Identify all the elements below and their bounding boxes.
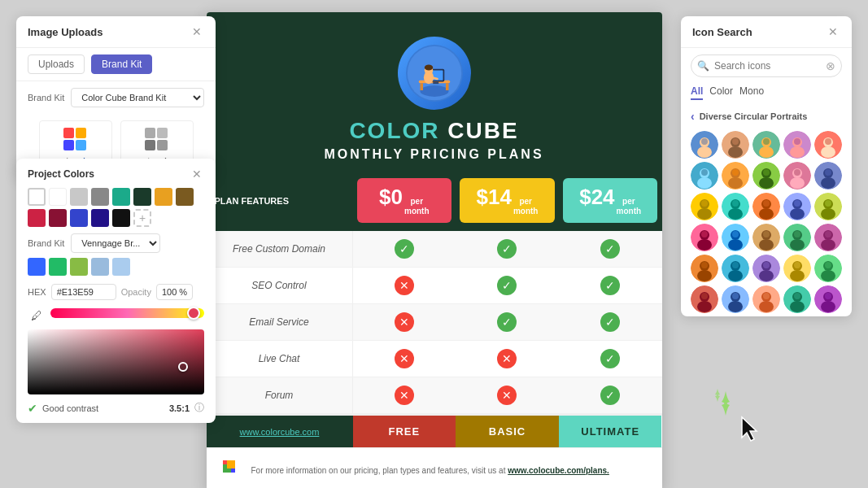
icon-item[interactable]: [752, 224, 780, 251]
opacity-input[interactable]: [156, 284, 193, 300]
icon-item[interactable]: [722, 131, 749, 159]
swatch-teal[interactable]: [112, 188, 130, 206]
svg-point-96: [763, 231, 770, 237]
feature-row-domain: Free Custom Domain ✓ ✓ ✓: [207, 231, 662, 268]
color-picker-box[interactable]: [28, 329, 204, 394]
icon-item[interactable]: [752, 255, 780, 282]
icon-item[interactable]: [691, 255, 718, 282]
icon-item[interactable]: [814, 131, 842, 159]
svg-point-95: [759, 239, 774, 251]
filter-tab-color[interactable]: Color: [709, 84, 733, 100]
swatch-add-button[interactable]: +: [133, 209, 151, 227]
image-uploads-panel: Image Uploads ✕ Uploads Brand Kit Brand …: [16, 16, 216, 181]
icon-item[interactable]: [691, 224, 718, 251]
swatch-amber[interactable]: [155, 188, 172, 206]
swatch-white[interactable]: [49, 188, 67, 206]
brand-swatch-blue[interactable]: [28, 258, 46, 276]
brand-swatch-skyblue[interactable]: [112, 258, 130, 276]
icon-search-close[interactable]: ✕: [826, 24, 840, 39]
search-input[interactable]: [691, 54, 842, 77]
icon-item[interactable]: [752, 131, 780, 159]
cta-free-btn[interactable]: FREE: [353, 416, 456, 447]
info-icon[interactable]: ⓘ: [194, 401, 204, 415]
icon-item[interactable]: [691, 162, 718, 190]
feature-ultimate-livechat: ✓: [559, 341, 662, 377]
icon-item[interactable]: [783, 285, 811, 313]
icon-item[interactable]: [783, 131, 811, 159]
icon-item[interactable]: [722, 255, 749, 282]
hex-input[interactable]: [51, 284, 116, 300]
category-back-icon[interactable]: ‹: [691, 110, 695, 123]
category-label: Diverse Circular Portraits: [700, 111, 808, 121]
feature-row-email: Email Service ✕ ✓ ✓: [207, 304, 662, 341]
icon-item[interactable]: [814, 193, 842, 220]
icon-item[interactable]: [814, 285, 842, 313]
swatch-black[interactable]: [112, 209, 130, 227]
swatch-darkred[interactable]: [49, 209, 67, 227]
icon-item[interactable]: [752, 162, 780, 190]
ultimate-per: permonth: [617, 197, 642, 216]
brand-kit-select[interactable]: Color Cube Brand Kit: [71, 88, 204, 107]
icon-item[interactable]: [722, 162, 749, 190]
close-button[interactable]: ✕: [190, 24, 204, 39]
cta-ultimate-btn[interactable]: ULTIMATE: [559, 416, 662, 447]
swatch-transparent[interactable]: [28, 188, 46, 206]
brand-kit-select2[interactable]: Venngage Br...: [71, 233, 160, 253]
swatch-red[interactable]: [28, 209, 46, 227]
brand-swatch-lightblue[interactable]: [91, 258, 109, 276]
icon-item[interactable]: [691, 193, 718, 220]
swatch-lightgray[interactable]: [70, 188, 88, 206]
svg-rect-24: [157, 128, 168, 138]
filter-tab-mono[interactable]: Mono: [739, 84, 764, 100]
svg-point-47: [697, 177, 712, 189]
svg-point-91: [728, 239, 743, 251]
icons-grid: [681, 128, 852, 316]
icon-item[interactable]: [691, 131, 718, 159]
tab-uploads[interactable]: Uploads: [28, 54, 85, 74]
icon-item[interactable]: [783, 255, 811, 282]
contrast-row: ✔ Good contrast 3.5:1 ⓘ: [28, 401, 204, 415]
icon-item[interactable]: [722, 224, 749, 251]
swatch-darkblue[interactable]: [91, 209, 109, 227]
icon-item[interactable]: [691, 285, 718, 313]
icon-item[interactable]: [814, 224, 842, 251]
footer-link[interactable]: www.colocube.com/plans.: [508, 466, 609, 475]
color-bar[interactable]: [50, 308, 204, 318]
svg-point-80: [794, 200, 800, 207]
svg-point-123: [821, 270, 835, 281]
svg-point-2: [420, 85, 448, 97]
feature-name-forum: Forum: [207, 377, 353, 413]
svg-point-68: [701, 200, 708, 207]
svg-point-144: [825, 293, 831, 299]
svg-rect-19: [76, 140, 86, 150]
tab-brand-kit[interactable]: Brand Kit: [91, 54, 152, 74]
icon-item[interactable]: [814, 255, 842, 282]
icon-item[interactable]: [722, 193, 749, 220]
icon-item[interactable]: [783, 224, 811, 251]
icon-item[interactable]: [722, 285, 749, 313]
swatch-blue[interactable]: [70, 209, 88, 227]
svg-point-124: [825, 262, 831, 268]
search-clear-icon[interactable]: ⊗: [826, 59, 835, 72]
filter-tab-all[interactable]: All: [691, 84, 703, 100]
cta-link[interactable]: www.colorcube.com: [207, 416, 353, 447]
icon-item[interactable]: [783, 162, 811, 190]
feature-ultimate-seo: ✓: [559, 268, 662, 303]
icon-item[interactable]: [783, 193, 811, 220]
brand-swatch-green[interactable]: [49, 258, 67, 276]
swatch-brown[interactable]: [176, 188, 194, 206]
swatch-darkgreen[interactable]: [133, 188, 151, 206]
colors-panel-close[interactable]: ✕: [190, 167, 204, 181]
free-price: $0: [379, 185, 403, 210]
eyedropper-button[interactable]: 🖊: [28, 307, 46, 325]
svg-point-135: [759, 301, 774, 312]
icon-item[interactable]: [752, 285, 780, 313]
icon-search-title: Icon Search: [692, 26, 752, 38]
brand-swatch-lime[interactable]: [70, 258, 88, 276]
pricing-subtitle: MONTHLY PRICING PLANS: [223, 147, 646, 162]
svg-point-83: [821, 208, 835, 220]
cta-basic-btn[interactable]: BASIC: [456, 416, 559, 447]
swatch-gray[interactable]: [91, 188, 109, 206]
icon-item[interactable]: [752, 193, 780, 220]
icon-item[interactable]: [814, 162, 842, 190]
